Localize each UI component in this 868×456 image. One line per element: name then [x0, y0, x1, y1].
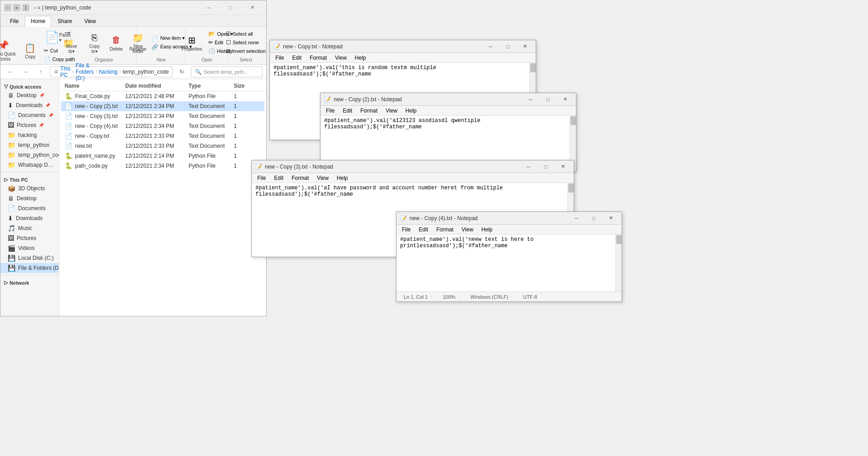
- np4-menu-file[interactable]: File: [398, 226, 414, 234]
- sidebar-item-documents-pc[interactable]: 📄 Documents: [0, 203, 59, 213]
- np4-content[interactable]: #patient_name').val('neew text is here t…: [396, 235, 622, 291]
- np3-minimize-btn[interactable]: ─: [521, 162, 536, 172]
- pin-icon: 📌: [0, 39, 9, 52]
- search-box[interactable]: 🔍 Search temp_pyth...: [191, 66, 263, 77]
- tab-home[interactable]: Home: [25, 16, 51, 27]
- np1-close-btn[interactable]: ✕: [518, 42, 532, 52]
- np4-scrollbar[interactable]: [615, 235, 622, 291]
- np1-menu-view[interactable]: View: [331, 54, 350, 62]
- sidebar-item-music[interactable]: 🎵 Music: [0, 223, 59, 233]
- file-row-final-code[interactable]: 🐍 Final_Code.py 12/12/2021 2:48 PM Pytho…: [61, 91, 264, 101]
- file-row-copy4[interactable]: 📄 new - Copy (4).txt 12/12/2021 2:34 PM …: [61, 121, 264, 131]
- np1-title: new - Copy.txt - Notepad: [283, 43, 481, 50]
- np2-close-btn[interactable]: ✕: [558, 94, 572, 104]
- header-date[interactable]: Date modified: [125, 83, 189, 89]
- file-row-path-code[interactable]: 🐍 path_code.py 12/12/2021 2:34 PM Python…: [61, 161, 264, 171]
- np1-menu-help[interactable]: Help: [351, 54, 370, 62]
- np2-maximize-btn[interactable]: □: [541, 94, 555, 104]
- np2-menu-edit[interactable]: Edit: [339, 107, 356, 115]
- downloads-pc-icon: ⬇: [8, 215, 13, 222]
- np2-menu-format[interactable]: Format: [357, 107, 381, 115]
- file-name-copy3: 📄 new - Copy (3).txt: [65, 113, 125, 120]
- sidebar-this-pc-label[interactable]: ▷ This PC: [0, 174, 59, 183]
- pictures-pc-icon: 🖼: [8, 235, 14, 242]
- np3-menu-help[interactable]: Help: [333, 174, 352, 182]
- file-name-label-4: new - Copy (4).txt: [75, 123, 118, 129]
- header-type[interactable]: Type: [189, 83, 234, 89]
- np1-minimize-btn[interactable]: ─: [483, 42, 498, 52]
- sidebar-item-downloads-qa[interactable]: ⬇ Downloads 📌: [0, 100, 59, 110]
- sidebar-item-file-folders[interactable]: 💾 File & Folders (D:): [0, 263, 59, 273]
- header-name[interactable]: Name: [65, 83, 125, 89]
- explorer-maximize-btn[interactable]: □: [220, 0, 241, 15]
- explorer-minimize-btn[interactable]: ─: [198, 0, 219, 15]
- sidebar-network-label[interactable]: ▷ Network: [0, 277, 59, 287]
- copy-to-btn[interactable]: ⎘ Copyto▾: [85, 29, 104, 56]
- np3-menu-edit[interactable]: Edit: [270, 174, 287, 182]
- np4-menu-view[interactable]: View: [458, 226, 477, 234]
- np2-menu-help[interactable]: Help: [402, 107, 420, 115]
- move-to-btn[interactable]: →📁 Moveto▾: [60, 29, 83, 56]
- sidebar-item-3d-objects[interactable]: 📦 3D Objects: [0, 183, 59, 193]
- file-row-pateint[interactable]: 🐍 pateint_name.py 12/12/2021 2:14 PM Pyt…: [61, 151, 264, 161]
- np3-menu-file[interactable]: File: [254, 174, 269, 182]
- sidebar-item-downloads-pc[interactable]: ⬇ Downloads: [0, 213, 59, 223]
- np3-maximize-btn[interactable]: □: [538, 162, 553, 172]
- refresh-btn[interactable]: ↻: [175, 66, 188, 78]
- sidebar-item-temp-python-code[interactable]: 📁 temp_python_code: [0, 150, 59, 160]
- sidebar-item-temp-python[interactable]: 📁 temp_python: [0, 140, 59, 150]
- file-row-new-txt[interactable]: 📄 new.txt 12/12/2021 2:33 PM Text Docume…: [61, 141, 264, 151]
- search-placeholder: Search temp_pyth...: [203, 69, 248, 75]
- np4-close-btn[interactable]: ✕: [604, 213, 618, 223]
- path-drive[interactable]: File & Folders (D:): [75, 62, 94, 81]
- np2-minimize-btn[interactable]: ─: [524, 94, 538, 104]
- select-all-btn[interactable]: ☑ Select all: [224, 30, 268, 38]
- sidebar-item-whatsapp[interactable]: 📁 Whatsapp Docume...: [0, 160, 59, 170]
- up-btn[interactable]: ↑: [35, 66, 47, 78]
- np4-menu-format[interactable]: Format: [433, 226, 457, 234]
- np3-close-btn[interactable]: ✕: [556, 162, 570, 172]
- np1-menu-edit[interactable]: Edit: [288, 54, 305, 62]
- file-row-copy1[interactable]: 📄 new - Copy.txt 12/12/2021 2:33 PM Text…: [61, 131, 264, 141]
- np1-menu-file[interactable]: File: [272, 54, 288, 62]
- np3-menu-format[interactable]: Format: [288, 174, 312, 182]
- path-hacking[interactable]: hacking: [99, 69, 118, 75]
- sidebar-quick-access-label[interactable]: ▽ Quick access: [0, 81, 59, 90]
- np2-menu-view[interactable]: View: [382, 107, 401, 115]
- new-folder-btn[interactable]: 📁 Newfolder: [128, 29, 148, 56]
- sidebar-item-pictures-qa[interactable]: 🖼 Pictures 📌: [0, 120, 59, 130]
- copy-btn[interactable]: 📋 Copy: [20, 40, 40, 61]
- explorer-close-btn[interactable]: ✕: [242, 0, 263, 15]
- select-none-btn[interactable]: ☐ Select none: [224, 38, 268, 47]
- sidebar-item-desktop-qa[interactable]: 🖥 Desktop 📌: [0, 90, 59, 100]
- properties-btn[interactable]: ⊞ Properties: [179, 32, 205, 53]
- chevron-3: ›: [119, 69, 121, 74]
- file-row-copy3[interactable]: 📄 new - Copy (3).txt 12/12/2021 2:34 PM …: [61, 111, 264, 121]
- np2-menu-file[interactable]: File: [322, 107, 338, 115]
- tab-view[interactable]: View: [78, 16, 102, 26]
- np4-maximize-btn[interactable]: □: [586, 213, 601, 223]
- np4-menu-help[interactable]: Help: [478, 226, 496, 234]
- np1-menu-format[interactable]: Format: [306, 54, 330, 62]
- sidebar-item-local-disk[interactable]: 💾 Local Disk (C:): [0, 253, 59, 263]
- np4-menu-edit[interactable]: Edit: [415, 226, 432, 234]
- sidebar-item-desktop-pc[interactable]: 🖥 Desktop: [0, 193, 59, 203]
- np1-maximize-btn[interactable]: □: [500, 42, 515, 52]
- tab-file[interactable]: File: [4, 16, 24, 26]
- np4-minimize-btn[interactable]: ─: [569, 213, 584, 223]
- sidebar-item-videos[interactable]: 🎬 Videos: [0, 243, 59, 253]
- tab-share[interactable]: Share: [52, 16, 78, 26]
- path-this-pc[interactable]: This PC: [60, 66, 71, 78]
- address-path[interactable]: 🖥 This PC › File & Folders (D:) › hackin…: [50, 66, 173, 77]
- sidebar-item-documents-qa[interactable]: 📄 Documents 📌: [0, 110, 59, 120]
- forward-btn[interactable]: →: [19, 66, 32, 78]
- sidebar-item-pictures-pc[interactable]: 🖼 Pictures: [0, 233, 59, 243]
- header-size[interactable]: Size: [234, 83, 261, 89]
- delete-btn[interactable]: 🗑 Delete: [106, 32, 126, 53]
- sidebar-item-hacking[interactable]: 📁 hacking: [0, 130, 59, 140]
- file-row-copy2[interactable]: 📄 new - Copy (2).txt 12/12/2021 2:34 PM …: [61, 101, 264, 111]
- np3-menu-view[interactable]: View: [313, 174, 332, 182]
- invert-selection-btn[interactable]: ⊟ Invert selection: [224, 47, 268, 55]
- pin-to-quick-access-btn[interactable]: 📌 Pin to Quickaccess: [0, 37, 19, 63]
- back-btn[interactable]: ←: [4, 66, 17, 78]
